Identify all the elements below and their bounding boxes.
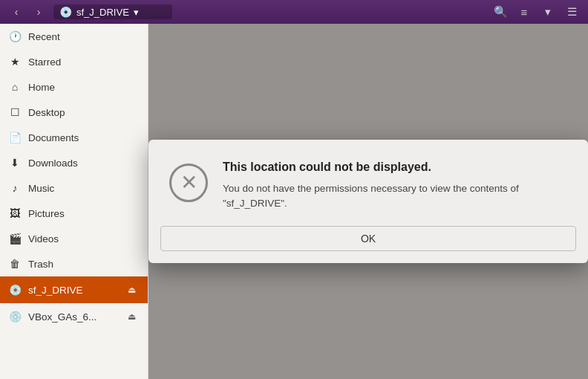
sidebar-item-music[interactable]: ♪ Music — [0, 175, 148, 201]
sort-button[interactable]: ▾ — [538, 3, 558, 21]
starred-icon: ★ — [9, 56, 21, 68]
sf-j-drive-eject-button[interactable]: ⏏ — [125, 283, 139, 297]
location-bar[interactable]: 💿 sf_J_DRIVE ▾ — [53, 4, 172, 19]
dialog-footer: OK — [148, 226, 588, 263]
dialog-message: You do not have the permissions necessar… — [223, 181, 567, 212]
nav-buttons: ‹ › — [6, 3, 49, 21]
vbox-gas-eject-button[interactable]: ⏏ — [125, 310, 139, 323]
sidebar: 🕐 Recent ★ Starred ⌂ Home ☐ Desktop 📄 Do… — [0, 24, 148, 379]
error-dialog: ✕ This location could not be displayed. … — [148, 140, 588, 264]
location-drive-icon: 💿 — [59, 6, 72, 18]
sidebar-label-videos: Videos — [28, 233, 59, 244]
sidebar-label-trash: Trash — [28, 259, 53, 270]
music-icon: ♪ — [9, 182, 21, 194]
list-view-button[interactable]: ≡ — [514, 3, 535, 21]
sidebar-label-vbox-gas: VBox_GAs_6... — [28, 311, 97, 323]
forward-button[interactable]: › — [28, 3, 49, 21]
titlebar-actions: 🔍 ≡ ▾ ☰ — [490, 3, 582, 21]
sidebar-label-starred: Starred — [28, 56, 61, 68]
sidebar-item-starred[interactable]: ★ Starred — [0, 49, 148, 74]
sf-j-drive-icon: 💿 — [9, 284, 21, 296]
sidebar-label-documents: Documents — [28, 132, 79, 143]
back-button[interactable]: ‹ — [6, 3, 27, 21]
dialog-overlay: ✕ This location could not be displayed. … — [148, 24, 588, 379]
sidebar-item-videos[interactable]: 🎬 Videos — [0, 226, 148, 251]
dialog-icon-wrap: ✕ — [169, 163, 208, 202]
dialog-title: This location could not be displayed. — [223, 161, 567, 174]
desktop-icon: ☐ — [9, 106, 21, 118]
sidebar-label-music: Music — [28, 183, 54, 194]
sidebar-item-home[interactable]: ⌂ Home — [0, 74, 148, 100]
sidebar-item-pictures[interactable]: 🖼 Pictures — [0, 201, 148, 226]
search-button[interactable]: 🔍 — [490, 3, 511, 21]
location-name: sf_J_DRIVE — [76, 7, 129, 18]
sidebar-label-downloads: Downloads — [28, 158, 78, 169]
downloads-icon: ⬇ — [9, 157, 21, 169]
home-icon: ⌂ — [9, 81, 21, 93]
dialog-text-wrap: This location could not be displayed. Yo… — [223, 161, 567, 212]
content-area: ✕ This location could not be displayed. … — [148, 24, 588, 379]
titlebar: ‹ › 💿 sf_J_DRIVE ▾ 🔍 ≡ ▾ ☰ — [0, 0, 588, 24]
sidebar-item-documents[interactable]: 📄 Documents — [0, 125, 148, 150]
sidebar-item-downloads[interactable]: ⬇ Downloads — [0, 150, 148, 175]
recent-icon: 🕐 — [9, 30, 21, 42]
sidebar-label-home: Home — [28, 82, 55, 93]
x-symbol: ✕ — [180, 170, 197, 195]
sidebar-item-recent[interactable]: 🕐 Recent — [0, 24, 148, 49]
sidebar-item-vbox-gas[interactable]: 💿 VBox_GAs_6... ⏏ — [0, 303, 148, 330]
sidebar-label-desktop: Desktop — [28, 107, 65, 118]
ok-button[interactable]: OK — [160, 226, 576, 251]
sidebar-label-pictures: Pictures — [28, 208, 65, 219]
error-icon: ✕ — [169, 163, 208, 202]
location-dropdown-icon: ▾ — [134, 7, 139, 18]
trash-icon: 🗑 — [9, 258, 21, 270]
sidebar-item-sf-j-drive[interactable]: 💿 sf_J_DRIVE ⏏ — [0, 276, 148, 303]
pictures-icon: 🖼 — [9, 207, 21, 219]
documents-icon: 📄 — [9, 132, 21, 143]
dialog-body: ✕ This location could not be displayed. … — [148, 140, 588, 227]
videos-icon: 🎬 — [9, 233, 21, 244]
main-area: 🕐 Recent ★ Starred ⌂ Home ☐ Desktop 📄 Do… — [0, 24, 588, 379]
menu-button[interactable]: ☰ — [561, 3, 582, 21]
vbox-gas-icon: 💿 — [9, 311, 21, 323]
sidebar-label-sf-j-drive: sf_J_DRIVE — [28, 285, 83, 296]
sidebar-item-desktop[interactable]: ☐ Desktop — [0, 100, 148, 125]
sidebar-label-recent: Recent — [28, 31, 60, 42]
sidebar-item-trash[interactable]: 🗑 Trash — [0, 251, 148, 276]
